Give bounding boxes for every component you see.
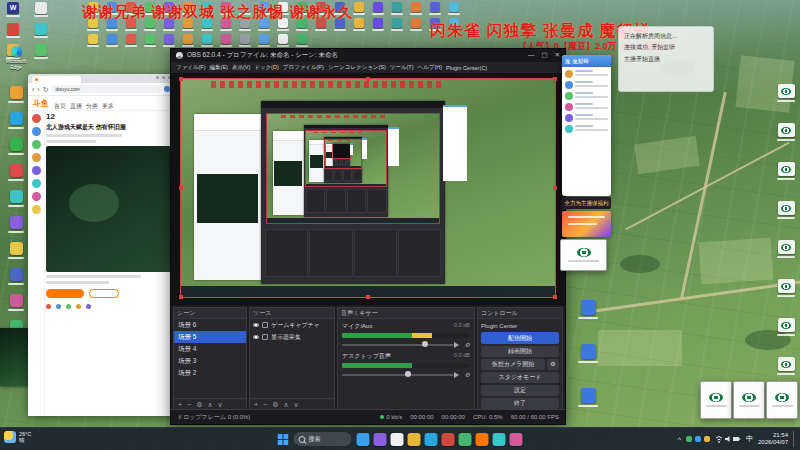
desktop-icon[interactable] [3, 138, 29, 155]
taskbar-app-icon[interactable] [459, 433, 472, 446]
desktop-icon[interactable]: W [2, 2, 24, 21]
scene-tool-icon[interactable]: ∨ [218, 401, 223, 408]
visibility-icon[interactable] [253, 335, 259, 339]
taskbar-app-icon[interactable] [476, 433, 489, 446]
nav-item[interactable]: 更多 [102, 103, 114, 109]
resize-handle[interactable] [553, 77, 557, 81]
source-row[interactable]: 显示器采集 [250, 331, 334, 343]
desktop-icon[interactable] [568, 344, 608, 363]
control-button[interactable]: 録画開始 [481, 346, 559, 357]
scene-tool-icon[interactable]: − [187, 401, 191, 408]
browser-window-buttons[interactable] [156, 76, 171, 79]
resize-handle[interactable] [179, 295, 183, 299]
nav-item[interactable]: 直播 [70, 103, 82, 109]
scene-tool-icon[interactable]: ∧ [207, 401, 212, 408]
taskbar-app-icon[interactable] [374, 433, 387, 446]
desktop-icon[interactable] [179, 34, 196, 49]
slider-knob[interactable] [405, 371, 411, 377]
footer-icon[interactable] [76, 304, 81, 309]
minimize-icon[interactable]: — [528, 52, 535, 59]
desktop-icon-edge[interactable]: Microsoft Edge [2, 46, 30, 70]
obs-menu-item[interactable]: ツール(T) [390, 64, 414, 71]
desktop-icon[interactable] [772, 240, 800, 258]
sidebar-avatar[interactable] [32, 192, 41, 201]
slider-knob[interactable] [422, 341, 428, 347]
taskbar-app-icon[interactable] [408, 433, 421, 446]
desktop-icon[interactable] [3, 112, 29, 129]
control-button[interactable]: 設定 [481, 385, 559, 396]
language-indicator[interactable]: 中 [746, 434, 753, 444]
volume-slider[interactable]: ⚙ [342, 340, 470, 349]
desktop-icon[interactable] [3, 86, 29, 103]
desktop-icon[interactable] [3, 164, 29, 181]
desktop-icon[interactable] [772, 84, 800, 102]
weather-widget[interactable]: 26°C 晴 [4, 431, 31, 443]
obs-menu-item[interactable]: 表示(V) [232, 64, 250, 71]
desktop-icon[interactable] [3, 190, 29, 207]
primary-action-button[interactable] [46, 289, 84, 298]
desktop-icon[interactable] [3, 294, 29, 311]
desktop-icon[interactable] [369, 2, 386, 17]
desktop-icon[interactable] [388, 18, 405, 33]
network-volume-battery-icons[interactable] [715, 434, 741, 444]
desktop-icon[interactable] [84, 34, 101, 49]
source-row[interactable]: ゲームキャプチャ [250, 319, 334, 331]
obs-menu-item[interactable]: プロファイル(P) [283, 64, 324, 71]
source-tool-icon[interactable]: ∧ [283, 401, 288, 408]
tray-app-icon[interactable] [686, 436, 692, 442]
article-title[interactable]: 北人游戏天赋是天 伤有怀旧服 [46, 123, 172, 131]
secondary-action-button[interactable] [89, 289, 119, 298]
control-button[interactable]: 終了 [481, 398, 559, 409]
desktop-icon[interactable] [30, 44, 52, 63]
desktop-icon[interactable] [407, 2, 424, 17]
desktop-icon[interactable] [30, 2, 52, 21]
source-tool-icon[interactable]: ⚙ [272, 401, 278, 408]
capture-selection[interactable] [180, 78, 556, 298]
speaker-icon[interactable] [454, 342, 462, 348]
scene-row[interactable]: 场景 3 [174, 355, 246, 367]
sidebar-avatar[interactable] [32, 179, 41, 188]
desktop-icon[interactable] [160, 34, 177, 49]
scene-row[interactable]: 场景 6 [174, 319, 246, 331]
taskbar-app-icon[interactable] [391, 433, 404, 446]
live-thumbnail[interactable] [46, 146, 172, 272]
sidebar-avatar[interactable] [32, 153, 41, 162]
obs-menu-item[interactable]: ヘルプ(H) [418, 64, 443, 71]
desktop-icon[interactable] [103, 34, 120, 49]
footer-icon[interactable] [66, 304, 71, 309]
back-icon[interactable]: ‹ [32, 86, 34, 93]
source-tool-icon[interactable]: + [254, 401, 258, 408]
resize-handle[interactable] [366, 77, 370, 81]
close-icon[interactable]: ✕ [555, 52, 560, 59]
sidebar-avatar[interactable] [32, 140, 41, 149]
url-bar[interactable]: douyu.com [52, 85, 161, 93]
maximize-icon[interactable]: ▢ [541, 52, 547, 59]
taskbar-app-icon[interactable] [425, 433, 438, 446]
footer-icon[interactable] [46, 304, 51, 309]
clock[interactable]: 21:54 2026/04/07 [758, 432, 788, 446]
desktop-icon[interactable] [772, 279, 800, 297]
desktop-icon[interactable] [772, 318, 800, 336]
start-button[interactable] [278, 434, 289, 445]
sidebar-avatar[interactable] [32, 205, 41, 214]
resize-handle[interactable] [553, 186, 557, 190]
chat-header[interactable]: 魔·魔貂蝉 [562, 55, 611, 67]
scene-row[interactable]: 场景 5 [174, 331, 246, 343]
desktop-icon[interactable] [772, 201, 800, 219]
promo-card[interactable] [562, 211, 611, 237]
obs-menu-item[interactable]: シーンコレクション(S) [328, 64, 386, 71]
scene-tool-icon[interactable]: + [178, 401, 182, 408]
sidebar-avatar[interactable] [32, 166, 41, 175]
virtual-camera-gear-icon[interactable]: ⚙ [547, 359, 559, 370]
desktop-icon[interactable] [772, 357, 800, 375]
taskbar-app-icon[interactable] [493, 433, 506, 446]
desktop-icon[interactable] [772, 162, 800, 180]
desktop-icon[interactable] [369, 18, 386, 33]
visibility-icon[interactable] [253, 323, 259, 327]
scene-row[interactable]: 场景 2 [174, 367, 246, 379]
source-tool-icon[interactable]: ∨ [294, 401, 299, 408]
scene-tool-icon[interactable]: ⚙ [196, 401, 202, 408]
source-tool-icon[interactable]: − [263, 401, 267, 408]
volume-slider[interactable]: ⚙ [342, 370, 470, 379]
tray-chevron-icon[interactable]: ^ [678, 436, 681, 443]
